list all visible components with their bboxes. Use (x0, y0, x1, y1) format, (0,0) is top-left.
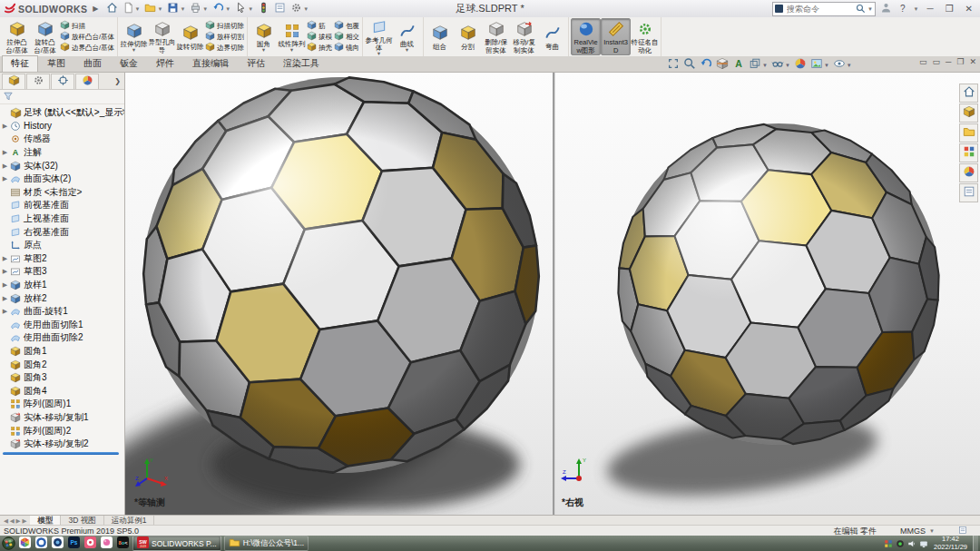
ribbon-button-revolve-cut[interactable]: 旋转切除 (176, 23, 204, 50)
ribbon-button-curves[interactable]: 曲线▼ (393, 21, 421, 54)
tree-item-23[interactable]: 实体-移动/复制1 (1, 411, 124, 425)
tree-root-item[interactable]: 足球 (默认<<默认>_显示状态 1>) (1, 106, 124, 120)
ribbon-button-combine[interactable]: 组合 (426, 23, 454, 50)
tree-item-16[interactable]: 使用曲面切除1 (1, 319, 124, 332)
tree-item-7[interactable]: 前视基准面 (1, 199, 124, 212)
restore-button[interactable]: ❐ (942, 4, 957, 14)
ribbon-button-wrap[interactable]: 包覆 (334, 21, 359, 32)
show-desktop-button[interactable] (973, 536, 978, 551)
ribbon-button-rib[interactable]: 筋 (307, 21, 332, 32)
edit-appearance-button[interactable] (794, 57, 807, 74)
clip-app-button[interactable]: 8o< (116, 536, 130, 550)
doc-close-button[interactable]: ✕ (969, 57, 976, 66)
rollback-bar[interactable] (3, 452, 119, 455)
options-button[interactable]: ▼ (289, 0, 310, 18)
search-input[interactable] (785, 4, 854, 15)
print-button[interactable]: ▼ (188, 0, 210, 18)
ribbon-button-boundary-boss[interactable]: 边界凸台/基体 (60, 43, 114, 54)
doc-newwindow-icon[interactable]: ▭ (919, 57, 927, 66)
player-app-button[interactable] (83, 536, 97, 550)
tray-green-icon[interactable] (896, 536, 905, 551)
tree-item-19[interactable]: 圆角2 (1, 358, 124, 371)
tab-评估[interactable]: 评估 (238, 55, 274, 72)
help-button[interactable]: ? (897, 4, 909, 14)
manager-tab-configurationmanager[interactable] (51, 74, 74, 89)
tree-item-25[interactable]: 实体-移动/复制2 (1, 438, 124, 451)
new-document-button[interactable]: ▼ (121, 0, 142, 18)
ribbon-button-fillet[interactable]: 圆角▼ (250, 21, 278, 54)
tree-item-8[interactable]: 上视基准面 (1, 212, 124, 226)
tree-item-2[interactable]: 传感器 (1, 133, 124, 146)
ribbon-button-extrude-boss[interactable]: 拉伸凸台/基体 (3, 19, 31, 54)
tree-item-3[interactable]: ▶A注解 (1, 146, 124, 160)
manager-tab-featuremanager-tree[interactable] (2, 74, 25, 89)
tree-item-21[interactable]: 圆角4 (1, 384, 124, 398)
ribbon-button-draft[interactable]: 拔模 (307, 32, 332, 43)
search-icon[interactable] (856, 1, 866, 17)
ribbon-button-hole-wizard[interactable]: 异型孔向导 (148, 19, 176, 54)
hide-show-items-button[interactable]: ▼ (771, 57, 790, 74)
manager-tab-displaymanager[interactable] (75, 74, 99, 89)
tab-钣金[interactable]: 钣金 (111, 55, 147, 72)
task-pane-view-palette-button[interactable] (959, 143, 978, 162)
start-button[interactable] (2, 536, 15, 550)
tree-item-10[interactable]: 原点 (1, 239, 124, 252)
select-button[interactable]: ▼ (233, 0, 255, 18)
tree-item-12[interactable]: ▶草图3 (1, 265, 124, 279)
command-search[interactable]: ▼ (772, 2, 876, 16)
task-pane-design-library-button[interactable] (959, 103, 978, 123)
units-selector[interactable]: MMGS ▼ (900, 526, 935, 536)
ribbon-button-boundary-cut[interactable]: 边界切除 (205, 43, 244, 54)
tab-曲面[interactable]: 曲面 (74, 55, 111, 72)
rebuild-button[interactable] (256, 0, 271, 18)
ribbon-button-realview[interactable]: RealView图形 (571, 18, 601, 54)
task-pane-custom-properties-button[interactable] (959, 183, 978, 202)
tree-item-14[interactable]: ▶放样2 (1, 291, 124, 305)
previous-view-button[interactable] (700, 57, 712, 74)
ribbon-button-sweep-cut[interactable]: 扫描切除 (205, 21, 244, 32)
volume-icon[interactable] (907, 536, 916, 551)
pinned-app-1-button[interactable] (18, 536, 32, 550)
tree-item-17[interactable]: 使用曲面切除2 (1, 331, 124, 345)
ribbon-button-sweep[interactable]: 扫描 (60, 21, 114, 32)
ribbon-button-revolve-boss[interactable]: 旋转凸台/基体 (31, 19, 59, 54)
ribbon-button-intersect[interactable]: 相交 (334, 32, 359, 43)
graphics-area[interactable]: YXZ YZ *等轴测 *右视 (125, 73, 980, 515)
ribbon-button-flex[interactable]: 弯曲 (538, 23, 566, 50)
task-pane-appearances-button[interactable] (959, 163, 978, 182)
tab-草图[interactable]: 草图 (38, 55, 74, 72)
tree-item-24[interactable]: 阵列(圆周)2 (1, 424, 124, 438)
tree-item-22[interactable]: 阵列(圆周)1 (1, 398, 124, 411)
tree-item-9[interactable]: 右视基准面 (1, 225, 124, 239)
doc-tile-icon[interactable]: ▭ (932, 57, 940, 66)
tab-焊件[interactable]: 焊件 (147, 55, 183, 72)
tree-item-20[interactable]: 圆角3 (1, 371, 124, 385)
tree-item-5[interactable]: ▶曲面实体(2) (1, 172, 124, 186)
ribbon-button-linear-pattern[interactable]: 线性阵列▼ (278, 21, 306, 54)
minimize-button[interactable]: ─ (924, 4, 937, 14)
close-button[interactable]: ✕ (962, 4, 976, 14)
tree-item-15[interactable]: ▶曲面-旋转1 (1, 305, 124, 319)
menu-flyout-arrow[interactable]: ▶ (90, 5, 101, 13)
ribbon-button-loft-cut[interactable]: 放样切割 (205, 32, 244, 43)
doc-restore-button[interactable]: ❐ (956, 57, 964, 66)
section-view-button[interactable] (716, 57, 729, 74)
tree-item-13[interactable]: ▶放样1 (1, 279, 124, 292)
ribbon-button-reference-geometry[interactable]: 参考几何体▼ (365, 17, 393, 57)
home-button[interactable] (104, 0, 120, 18)
save-button[interactable]: ▼ (165, 0, 187, 18)
tree-item-1[interactable]: ▶History (1, 120, 124, 133)
undo-button[interactable]: ▼ (211, 0, 232, 18)
open-button[interactable]: ▼ (142, 0, 164, 18)
task-pane-home-button[interactable] (959, 84, 978, 103)
taskbar-task-2[interactable]: H:\微信公众号\1... (224, 536, 309, 551)
pinned-app-3-button[interactable] (51, 536, 64, 550)
file-properties-button[interactable] (272, 0, 288, 18)
search-caret-icon[interactable]: ▼ (867, 6, 873, 12)
login-user-icon[interactable] (880, 1, 892, 17)
ribbon-button-shell[interactable]: 抽壳 (307, 43, 332, 54)
display-style-button[interactable]: ▼ (749, 57, 768, 74)
ribbon-button-instant3d[interactable]: Instant3D (601, 18, 631, 54)
ribbon-button-mirror[interactable]: 镜向 (334, 43, 359, 54)
tab-渲染工具[interactable]: 渲染工具 (274, 55, 328, 72)
